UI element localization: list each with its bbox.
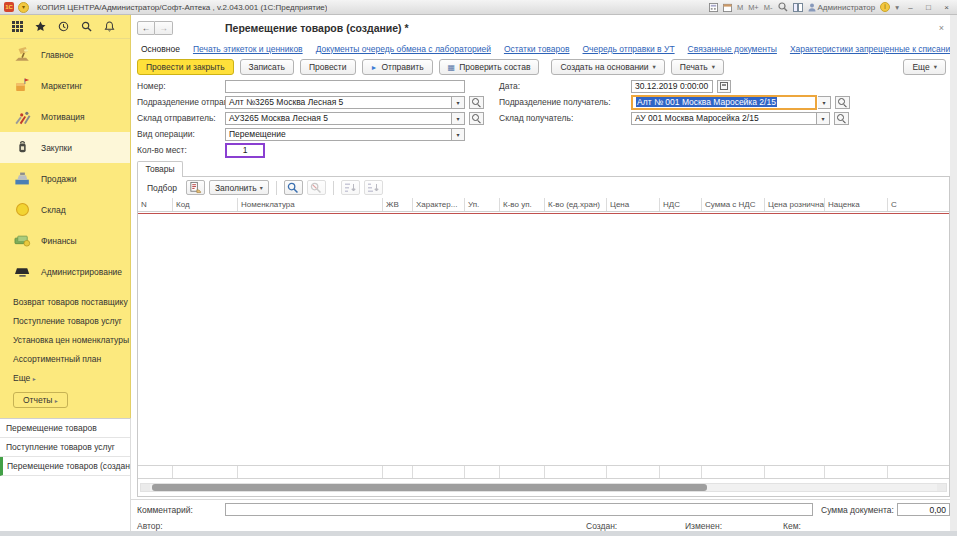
sidebar-link-goods-receipt[interactable]: Поступление товаров услуг bbox=[13, 316, 130, 326]
post-button[interactable]: Провести bbox=[300, 59, 356, 75]
tab-forbidden-characteristics[interactable]: Характеристики запрещенные к списанию bbox=[790, 44, 957, 54]
scroll-left-arrow[interactable] bbox=[141, 484, 150, 491]
places-count-input[interactable]: 1 bbox=[225, 143, 265, 158]
pick-items-icon-button[interactable] bbox=[186, 180, 205, 195]
apps-grid-icon[interactable] bbox=[12, 21, 23, 32]
notifications-bell-icon[interactable] bbox=[104, 21, 115, 32]
warehouse-sender-open-button[interactable] bbox=[469, 112, 484, 125]
back-button[interactable]: ← bbox=[137, 21, 155, 35]
sidebar-item-warehouse[interactable]: Склад bbox=[0, 194, 130, 225]
number-input[interactable] bbox=[225, 80, 465, 93]
column-header-code[interactable]: Код bbox=[173, 198, 238, 211]
warehouse-receiver-open-button[interactable] bbox=[834, 112, 849, 125]
warehouse-receiver-dropdown[interactable]: ▾ bbox=[817, 112, 830, 125]
search-icon[interactable] bbox=[81, 21, 92, 32]
sidebar-item-motivation[interactable]: Мотивация bbox=[0, 101, 130, 132]
main-menu-button[interactable]: ▾ bbox=[18, 2, 29, 13]
info-icon[interactable]: i bbox=[880, 2, 890, 12]
scroll-right-arrow[interactable] bbox=[937, 484, 946, 491]
comment-input[interactable] bbox=[225, 503, 813, 516]
department-sender-open-button[interactable] bbox=[469, 96, 484, 109]
history-icon[interactable] bbox=[58, 21, 69, 32]
open-window-item-goods-receipt[interactable]: Поступление товаров услуг bbox=[0, 438, 130, 457]
close-form-icon[interactable]: × bbox=[935, 23, 948, 33]
column-header-n[interactable]: N bbox=[138, 198, 173, 211]
sidebar-link-return-to-supplier[interactable]: Возврат товаров поставщику bbox=[13, 297, 130, 307]
column-header-retail-price[interactable]: Цена розничная bbox=[765, 198, 825, 211]
find-button[interactable] bbox=[284, 180, 303, 195]
print-button[interactable]: Печать ▾ bbox=[671, 59, 724, 75]
more-button[interactable]: Еще ▾ bbox=[903, 59, 946, 75]
column-header-characteristic[interactable]: Характер... bbox=[413, 198, 465, 211]
column-header-markup[interactable]: Наценка bbox=[825, 198, 888, 211]
goods-table-body[interactable] bbox=[138, 214, 949, 463]
maximize-button[interactable]: □ bbox=[922, 3, 935, 12]
favorites-star-icon[interactable] bbox=[35, 21, 46, 32]
create-from-button[interactable]: Создать на основании ▾ bbox=[551, 59, 664, 75]
tab-lab-exchange-queue[interactable]: Документы очередь обмена с лабораторией bbox=[316, 44, 491, 54]
info-dropdown-icon[interactable]: ▾ bbox=[895, 3, 899, 12]
horizontal-scrollbar[interactable] bbox=[140, 483, 947, 492]
tab-goods[interactable]: Товары bbox=[137, 161, 183, 177]
sidebar-link-assortment-plan[interactable]: Ассортиментный план bbox=[13, 354, 130, 364]
sidebar-item-main[interactable]: Главное bbox=[0, 39, 130, 70]
sidebar-item-administration[interactable]: Администрирование bbox=[0, 256, 130, 287]
column-header-price[interactable]: Цена bbox=[607, 198, 660, 211]
column-header-qty-units[interactable]: К-во (ед.хран) bbox=[545, 198, 607, 211]
minimize-button[interactable]: – bbox=[904, 3, 917, 12]
sidebar-link-more[interactable]: Еще ▸ bbox=[13, 373, 130, 383]
tab-main[interactable]: Основное bbox=[141, 44, 180, 54]
split-view-icon[interactable] bbox=[793, 3, 803, 12]
write-button[interactable]: Записать bbox=[240, 59, 294, 75]
calendar-mini-icon[interactable] bbox=[723, 3, 732, 12]
open-window-item-goods-transfer-new[interactable]: Перемещение товаров (создание) * bbox=[0, 457, 130, 476]
calculator-icon[interactable] bbox=[709, 3, 718, 12]
cancel-find-button[interactable] bbox=[307, 180, 326, 195]
tab-print-labels[interactable]: Печать этикеток и ценников bbox=[193, 44, 303, 54]
calendar-button[interactable] bbox=[717, 80, 731, 93]
warehouse-sender-input[interactable]: АУ3265 Москва Лесная 5 bbox=[225, 112, 452, 125]
pick-button[interactable]: Подбор bbox=[142, 181, 182, 195]
fill-button[interactable]: Заполнить ▾ bbox=[209, 180, 269, 195]
sort-descending-button[interactable] bbox=[364, 180, 383, 195]
forward-button[interactable]: → bbox=[155, 21, 173, 35]
operation-type-dropdown[interactable]: ▾ bbox=[452, 128, 465, 141]
sidebar-link-price-setting[interactable]: Установка цен номенклатуры bbox=[13, 335, 130, 345]
check-composition-button[interactable]: ▦ Проверить состав bbox=[439, 59, 540, 75]
column-header-sum-vat[interactable]: Сумма с НДС bbox=[702, 198, 765, 211]
column-header-nomenclature[interactable]: Номенклатура bbox=[238, 198, 383, 211]
warehouse-sender-dropdown[interactable]: ▾ bbox=[452, 112, 465, 125]
sidebar-item-sales[interactable]: Продажи bbox=[0, 163, 130, 194]
scrollbar-thumb[interactable] bbox=[152, 484, 707, 491]
tab-related-documents[interactable]: Связанные документы bbox=[688, 44, 777, 54]
memory-mplus-button[interactable]: М+ bbox=[748, 3, 759, 12]
zoom-icon[interactable] bbox=[778, 2, 788, 12]
sort-ascending-button[interactable] bbox=[341, 180, 360, 195]
department-receiver-dropdown[interactable]: ▾ bbox=[818, 96, 831, 109]
current-user[interactable]: Администратор bbox=[808, 3, 876, 12]
tab-goods-balance[interactable]: Остатки товаров bbox=[504, 44, 570, 54]
reports-button[interactable]: Отчеты ▸ bbox=[13, 392, 68, 408]
memory-m-button[interactable]: М bbox=[737, 3, 743, 12]
department-receiver-input[interactable]: Алт № 001 Москва Маросейка 2/15 bbox=[631, 95, 817, 110]
operation-type-input[interactable]: Перемещение bbox=[225, 128, 452, 141]
warehouse-receiver-input[interactable]: АУ 001 Москва Маросейка 2/15 bbox=[631, 112, 817, 125]
sidebar-item-marketing[interactable]: Маркетинг bbox=[0, 70, 130, 101]
open-window-item-goods-transfer[interactable]: Перемещение товаров bbox=[0, 419, 130, 438]
column-header-pack-qty[interactable]: К-во уп. bbox=[500, 198, 545, 211]
column-header-zhv[interactable]: ЖВ bbox=[383, 198, 413, 211]
sidebar-item-finance[interactable]: Финансы bbox=[0, 225, 130, 256]
send-button[interactable]: ► Отправить bbox=[362, 59, 433, 75]
department-receiver-open-button[interactable] bbox=[835, 96, 850, 109]
department-sender-input[interactable]: Алт №3265 Москва Лесная 5 bbox=[225, 96, 452, 109]
column-header-sum[interactable]: С bbox=[888, 198, 949, 211]
sidebar-item-purchases[interactable]: Закупки bbox=[0, 132, 130, 163]
column-header-pack[interactable]: Уп. bbox=[465, 198, 500, 211]
department-sender-dropdown[interactable]: ▾ bbox=[452, 96, 465, 109]
memory-mminus-button[interactable]: М- bbox=[764, 3, 773, 12]
post-and-close-button[interactable]: Провести и закрыть bbox=[137, 59, 234, 75]
tab-ut-send-queue[interactable]: Очередь отправки в УТ bbox=[583, 44, 675, 54]
close-window-button[interactable]: × bbox=[940, 3, 953, 12]
date-input[interactable]: 30.12.2019 0:00:00 bbox=[631, 80, 713, 93]
column-header-vat[interactable]: НДС bbox=[660, 198, 702, 211]
